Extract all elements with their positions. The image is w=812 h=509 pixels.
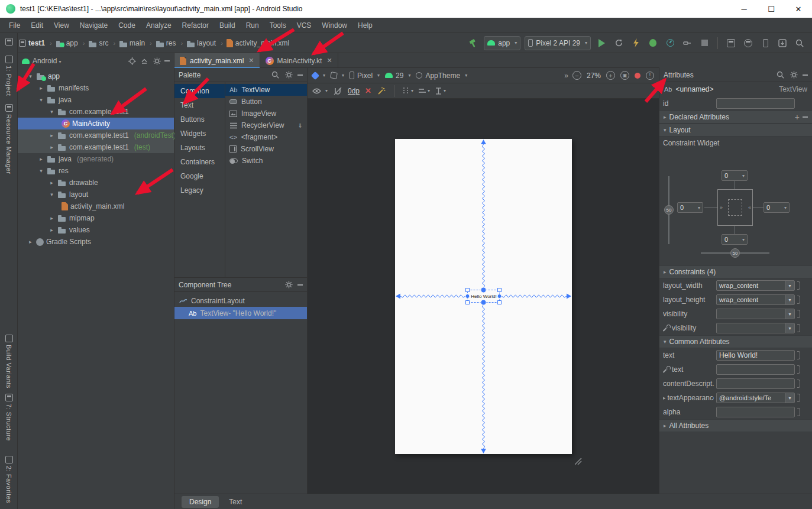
section-common-attributes[interactable]: ▾ Common Attributes (659, 335, 812, 348)
margin-top-select[interactable]: 0 (722, 170, 748, 181)
zoom-out-button[interactable]: − (572, 71, 581, 80)
sdk-manager-icon[interactable] (776, 37, 789, 50)
settings-gear-icon[interactable] (284, 70, 293, 80)
settings-gear-icon[interactable] (284, 280, 293, 290)
align-select[interactable] (419, 87, 430, 95)
text-mode-tab[interactable]: Text (221, 496, 250, 508)
flag-toggle[interactable] (797, 380, 800, 388)
category-widgets[interactable]: Widgets (174, 127, 225, 141)
vertical-bias-knob[interactable]: 50 (664, 205, 674, 215)
stop-button[interactable] (698, 37, 711, 50)
menu-vcs[interactable]: VCS (292, 18, 317, 33)
component-textview[interactable]: Ab TextView- "Hello World!" (174, 307, 307, 319)
palette-item-fragment[interactable]: <> <fragment> (225, 131, 307, 143)
tree-row-mipmap[interactable]: mipmap (18, 212, 174, 224)
flag-toggle[interactable] (797, 408, 800, 416)
margin-left-select[interactable]: 0 (677, 202, 703, 213)
expander-icon[interactable] (48, 180, 55, 186)
tools-visibility-select[interactable] (716, 323, 795, 333)
visibility-select[interactable] (716, 309, 795, 319)
section-constraints[interactable]: ▸ Constraints (4) (659, 265, 812, 278)
tree-row-manifests[interactable]: manifests (18, 82, 174, 94)
hide-panel-icon[interactable] (164, 60, 170, 61)
tree-row-res[interactable]: res (18, 165, 174, 177)
tree-row-package[interactable]: com.example.test1 (18, 106, 174, 118)
menu-navigate[interactable]: Navigate (75, 18, 113, 33)
breadcrumb-layout[interactable]: layout (196, 39, 217, 47)
menu-window[interactable]: Window (316, 18, 352, 33)
text-appearance-select[interactable]: @android:style/Te (716, 393, 795, 403)
menu-analyze[interactable]: Analyze (141, 18, 177, 33)
clear-constraints-icon[interactable]: ✕ (365, 86, 371, 95)
hide-panel-icon[interactable] (297, 74, 303, 76)
section-declared-attributes[interactable]: ▸ Declared Attributes + (659, 111, 812, 124)
device-select[interactable]: Pixel 2 API 29 (525, 36, 591, 50)
run-button[interactable] (595, 37, 608, 50)
stripe-button-structure[interactable]: 7: Structure (0, 394, 18, 441)
orientation-select[interactable] (331, 72, 344, 79)
menu-edit[interactable]: Edit (25, 18, 48, 33)
dropdown-arrow-icon[interactable] (785, 295, 794, 304)
project-structure-icon[interactable] (724, 37, 737, 50)
id-input[interactable] (716, 98, 795, 109)
category-common[interactable]: Common (174, 84, 225, 98)
flag-toggle[interactable] (797, 394, 800, 402)
profile-button[interactable] (664, 37, 677, 50)
maximize-button[interactable]: ☐ (758, 0, 785, 18)
tree-row-gradle-scripts[interactable]: Gradle Scripts (18, 236, 174, 248)
stripe-button-favorites[interactable]: 2: Favorites (0, 456, 18, 503)
flag-toggle[interactable] (797, 324, 800, 332)
palette-item-imageview[interactable]: ImageView (225, 108, 307, 119)
horizontal-bias-knob[interactable]: 50 (730, 248, 740, 258)
flag-toggle[interactable] (797, 365, 800, 374)
breadcrumb-main[interactable]: main (128, 39, 146, 47)
autoconnect-off-magnet-icon[interactable] (333, 86, 342, 96)
menu-tools[interactable]: Tools (264, 18, 292, 33)
layout-inspector-icon[interactable] (742, 37, 755, 50)
text-input[interactable] (716, 350, 795, 361)
category-legacy[interactable]: Legacy (174, 183, 225, 197)
margin-bottom-select[interactable]: 0 (722, 234, 748, 245)
search-everywhere-icon[interactable] (793, 37, 806, 50)
expander-icon[interactable] (48, 132, 55, 138)
canvas-resize-handle[interactable] (575, 458, 582, 467)
expander-icon[interactable] (48, 109, 55, 115)
menu-build[interactable]: Build (214, 18, 241, 33)
expander-icon[interactable] (48, 144, 55, 150)
issues-panel-icon[interactable]: ! (646, 72, 654, 80)
tree-row-layout[interactable]: layout (18, 189, 174, 200)
locate-file-icon[interactable] (127, 56, 137, 66)
expander-icon[interactable] (27, 73, 34, 79)
category-containers[interactable]: Containers (174, 155, 225, 169)
tree-row-mainactivity[interactable]: MainActivity (18, 118, 174, 129)
category-text[interactable]: Text (174, 98, 225, 112)
flag-toggle[interactable] (797, 281, 800, 290)
hide-panel-icon[interactable] (803, 74, 808, 76)
device-artboard[interactable]: Hello World! (395, 139, 572, 454)
chain-left-icon[interactable]: ›› (720, 205, 722, 210)
tools-text-input[interactable] (716, 364, 795, 375)
palette-item-button[interactable]: Button (225, 96, 307, 108)
hide-panel-icon[interactable] (297, 284, 303, 286)
pack-select[interactable] (435, 87, 446, 95)
tree-row-java-generated[interactable]: java (generated) (18, 153, 174, 165)
expander-icon[interactable] (38, 85, 44, 91)
menu-view[interactable]: View (48, 18, 75, 33)
stripe-button-project[interactable]: 1: Project (0, 56, 18, 96)
theme-select[interactable]: AppTheme (416, 72, 467, 80)
settings-gear-icon[interactable] (152, 56, 161, 66)
layout-width-select[interactable]: wrap_content (716, 280, 795, 291)
tree-row-values[interactable]: values (18, 224, 174, 236)
device-in-editor-select[interactable]: Pixel (350, 72, 380, 80)
palette-item-switch[interactable]: Switch (225, 155, 307, 167)
breadcrumb-res[interactable]: res (165, 39, 177, 47)
menu-help[interactable]: Help (352, 18, 378, 33)
search-icon[interactable] (775, 70, 785, 80)
avd-manager-icon[interactable] (759, 37, 772, 50)
default-margins-select[interactable]: 0dp (348, 87, 360, 95)
attach-debugger-icon[interactable] (681, 37, 694, 50)
expander-icon[interactable] (38, 168, 44, 174)
remove-attribute-icon[interactable] (803, 116, 808, 118)
dropdown-arrow-icon[interactable] (785, 323, 794, 333)
alpha-input[interactable] (716, 407, 795, 417)
